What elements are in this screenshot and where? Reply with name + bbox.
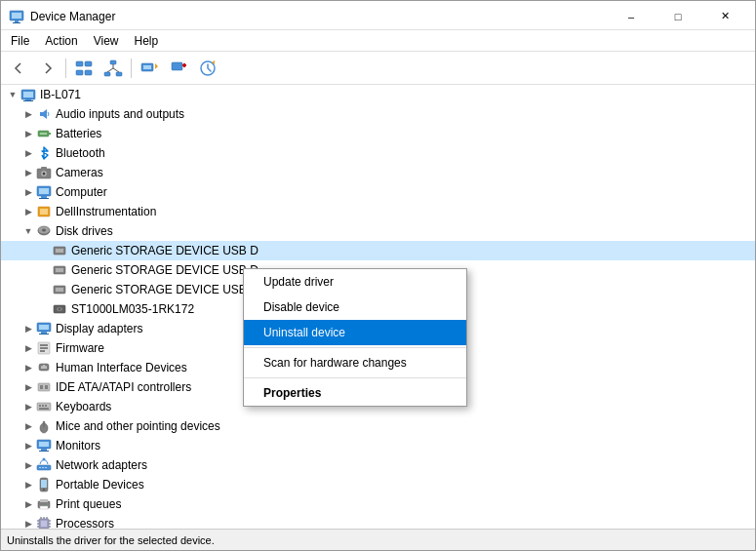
- expand-dell-icon[interactable]: ▶: [20, 204, 36, 219]
- tree-item-dell[interactable]: ▶ DellInstrumentation: [1, 202, 755, 221]
- back-button[interactable]: [5, 56, 32, 81]
- computer-label: Computer: [56, 185, 107, 199]
- monitors-icon: [36, 438, 52, 453]
- display-icon: [36, 321, 52, 336]
- svg-rect-3: [13, 22, 20, 23]
- tree-item-network[interactable]: ▶ Network adapters: [1, 455, 755, 475]
- expand-mice-icon[interactable]: ▶: [20, 418, 36, 434]
- tree-item-computer[interactable]: ▶ Computer: [1, 182, 755, 202]
- svg-rect-76: [39, 451, 49, 452]
- expand-monitors-icon[interactable]: ▶: [20, 438, 36, 453]
- expand-bluetooth-icon[interactable]: ▶: [20, 145, 36, 161]
- svg-line-10: [107, 68, 113, 72]
- tree-item-generic1[interactable]: ▶ Generic STORAGE DEVICE USB D: [1, 241, 755, 260]
- disk-drives-icon: [36, 223, 52, 239]
- menu-file[interactable]: File: [5, 32, 35, 50]
- menu-bar: File Action View Help: [1, 30, 755, 52]
- expand-keyboards-icon[interactable]: ▶: [20, 399, 36, 414]
- expand-print-icon[interactable]: ▶: [20, 496, 36, 512]
- menu-action[interactable]: Action: [39, 32, 83, 50]
- svg-rect-87: [40, 506, 48, 509]
- expand-computer-icon[interactable]: ▶: [20, 184, 36, 200]
- forward-button[interactable]: [34, 56, 61, 81]
- st1000-icon: [52, 301, 67, 317]
- tree-item-portable[interactable]: ▶ Portable Devices: [1, 475, 755, 494]
- svg-rect-68: [45, 405, 47, 407]
- tree-item-processors[interactable]: ▶: [1, 514, 755, 529]
- tree-item-audio[interactable]: ▶ Audio inputs and outputs: [1, 104, 755, 124]
- ctx-properties[interactable]: Properties: [244, 380, 466, 406]
- tree-item-cameras[interactable]: ▶ Cameras: [1, 163, 755, 182]
- expand-audio-icon[interactable]: ▶: [20, 106, 36, 122]
- dell-icon: [36, 204, 52, 219]
- uninstall-button[interactable]: [165, 56, 192, 81]
- display-label: Display adapters: [56, 322, 142, 335]
- svg-point-88: [47, 503, 49, 505]
- expand-disk-icon[interactable]: ▼: [20, 223, 36, 239]
- generic3-label: Generic STORAGE DEVICE USB D: [71, 283, 259, 296]
- ctx-disable-device[interactable]: Disable device: [244, 295, 466, 320]
- svg-rect-52: [39, 334, 49, 335]
- toolbar: [1, 52, 755, 85]
- ctx-update-driver[interactable]: Update driver: [244, 269, 466, 295]
- root-label: IB-L071: [40, 88, 81, 101]
- ctx-uninstall-device[interactable]: Uninstall device: [244, 320, 466, 345]
- batteries-icon: [36, 126, 52, 141]
- svg-rect-25: [49, 133, 51, 135]
- svg-rect-83: [41, 480, 47, 488]
- toolbar-sep-1: [65, 59, 66, 78]
- expand-proc-icon[interactable]: ▶: [20, 516, 36, 529]
- tree-item-print[interactable]: ▶ Print queues: [1, 494, 755, 514]
- tree-item-disk-drives[interactable]: ▼ Disk drives: [1, 221, 755, 241]
- expand-cameras-icon[interactable]: ▶: [20, 165, 36, 180]
- generic2-icon: [52, 262, 67, 278]
- tree-root[interactable]: ▼ IB-L071: [1, 85, 755, 104]
- svg-rect-4: [76, 61, 83, 66]
- expand-hid-icon[interactable]: ▶: [20, 360, 36, 375]
- svg-rect-54: [40, 344, 48, 346]
- device-manager-window: Device Manager – □ ✕ File Action View He…: [0, 0, 756, 551]
- svg-point-84: [43, 489, 45, 491]
- close-button[interactable]: ✕: [702, 7, 747, 26]
- expand-ide-icon[interactable]: ▶: [20, 379, 36, 395]
- bluetooth-label: Bluetooth: [56, 146, 105, 160]
- tree-item-batteries[interactable]: ▶ Batteries: [1, 124, 755, 143]
- expand-root-icon[interactable]: ▼: [5, 87, 20, 102]
- svg-point-72: [43, 421, 45, 423]
- svg-rect-15: [143, 65, 151, 69]
- svg-rect-16: [172, 62, 182, 70]
- mice-label: Mice and other pointing devices: [56, 419, 220, 433]
- menu-view[interactable]: View: [88, 32, 125, 50]
- svg-rect-36: [40, 209, 48, 215]
- svg-rect-2: [15, 20, 19, 22]
- tree-item-bluetooth[interactable]: ▶ Bluetooth: [1, 143, 755, 163]
- expand-portable-icon[interactable]: ▶: [20, 477, 36, 492]
- dell-label: DellInstrumentation: [56, 205, 156, 218]
- svg-rect-26: [40, 133, 47, 135]
- svg-point-48: [59, 308, 60, 310]
- svg-point-81: [43, 458, 46, 461]
- scan-hardware-button[interactable]: [194, 56, 221, 81]
- portable-label: Portable Devices: [56, 478, 144, 492]
- svg-rect-7: [85, 70, 92, 75]
- ctx-scan-hardware[interactable]: Scan for hardware changes: [244, 350, 466, 375]
- svg-rect-21: [23, 92, 33, 98]
- expand-display-icon[interactable]: ▶: [20, 321, 36, 336]
- tree-item-monitors[interactable]: ▶ Monitors: [1, 436, 755, 455]
- svg-rect-86: [40, 499, 48, 502]
- expand-network-icon[interactable]: ▶: [20, 457, 36, 473]
- menu-help[interactable]: Help: [129, 32, 165, 50]
- show-devices-by-type-button[interactable]: [70, 56, 98, 81]
- cameras-icon: [36, 165, 52, 180]
- minimize-button[interactable]: –: [609, 7, 654, 26]
- maximize-button[interactable]: □: [656, 7, 700, 26]
- audio-label: Audio inputs and outputs: [56, 107, 184, 121]
- tree-item-mice[interactable]: ▶ Mice and other pointing devices: [1, 416, 755, 436]
- show-devices-by-connection-button[interactable]: [99, 56, 127, 81]
- expand-batteries-icon[interactable]: ▶: [20, 126, 36, 141]
- ide-label: IDE ATA/ATAPI controllers: [56, 380, 191, 394]
- expand-firmware-icon[interactable]: ▶: [20, 340, 36, 356]
- svg-rect-61: [41, 367, 47, 369]
- ctx-uninstall-device-label: Uninstall device: [263, 326, 345, 339]
- update-driver-button[interactable]: [136, 56, 163, 81]
